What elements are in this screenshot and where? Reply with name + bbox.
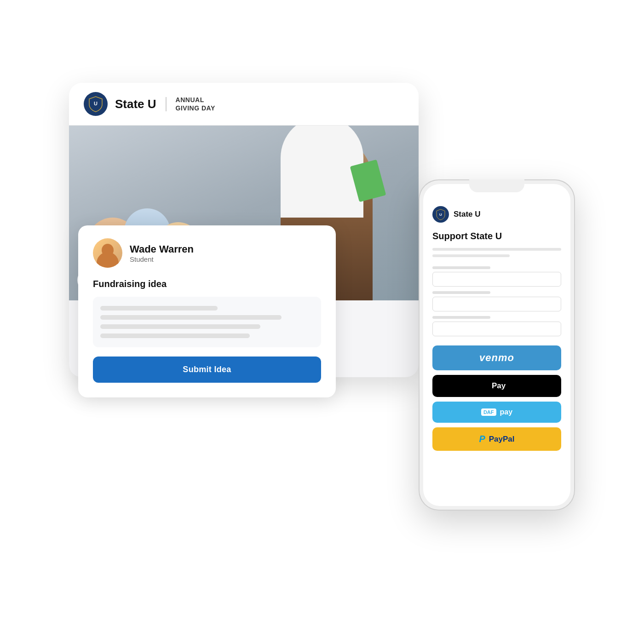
phone-notch [469, 179, 524, 192]
skeleton-line-3 [100, 324, 260, 329]
user-info: Wade Warren Student [93, 238, 321, 268]
daf-pay-button[interactable]: DAF pay [432, 402, 561, 423]
apple-pay-label: Pay [492, 381, 506, 391]
paypal-label: PayPal [489, 435, 515, 444]
paypal-icon: P [479, 434, 485, 444]
scene: U State U ANNUAL GIVING DAY ⚙ [69, 69, 575, 575]
tablet-header: U State U ANNUAL GIVING DAY [69, 83, 419, 126]
idea-text-area [93, 297, 321, 347]
fundraising-card: Wade Warren Student Fundraising idea Sub… [78, 225, 336, 397]
svg-text:U: U [94, 101, 98, 106]
phone-input-2[interactable] [432, 297, 561, 311]
phone-page-title: Support State U [432, 231, 561, 242]
skeleton-line-1 [100, 306, 218, 310]
venmo-button[interactable]: venmo [432, 345, 561, 370]
user-details: Wade Warren Student [130, 243, 194, 263]
phone-school-name: State U [454, 210, 481, 219]
phone-skeleton-1 [432, 248, 561, 251]
phone-field-label-1 [432, 266, 490, 269]
skeleton-line-4 [100, 334, 250, 338]
venmo-label: venmo [479, 352, 514, 364]
phone-field-label-2 [432, 291, 490, 294]
phone-field-label-3 [432, 316, 490, 319]
daf-badge: DAF [481, 408, 496, 416]
tablet-logo: U [84, 92, 108, 116]
tablet-school-name: State U [115, 97, 167, 111]
user-name: Wade Warren [130, 243, 194, 255]
phone-content: U State U Support State U venmo [423, 184, 570, 465]
daf-pay-label: pay [500, 408, 513, 416]
skeleton-line-2 [100, 315, 282, 320]
svg-text:U: U [439, 213, 442, 217]
tablet-event: ANNUAL GIVING DAY [176, 96, 215, 112]
phone-input-3[interactable] [432, 322, 561, 336]
phone-header: U State U [432, 206, 561, 223]
phone-logo: U [432, 206, 449, 223]
user-role: Student [130, 255, 194, 263]
phone-skeleton-2 [432, 254, 510, 257]
phone-device: U State U Support State U venmo [419, 179, 575, 511]
avatar [93, 238, 122, 268]
phone-screen: U State U Support State U venmo [423, 184, 570, 506]
phone-input-1[interactable] [432, 272, 561, 287]
section-title: Fundraising idea [93, 279, 321, 289]
submit-idea-button[interactable]: Submit Idea [93, 356, 321, 383]
apple-pay-button[interactable]: Pay [432, 375, 561, 397]
paypal-button[interactable]: P PayPal [432, 427, 561, 451]
